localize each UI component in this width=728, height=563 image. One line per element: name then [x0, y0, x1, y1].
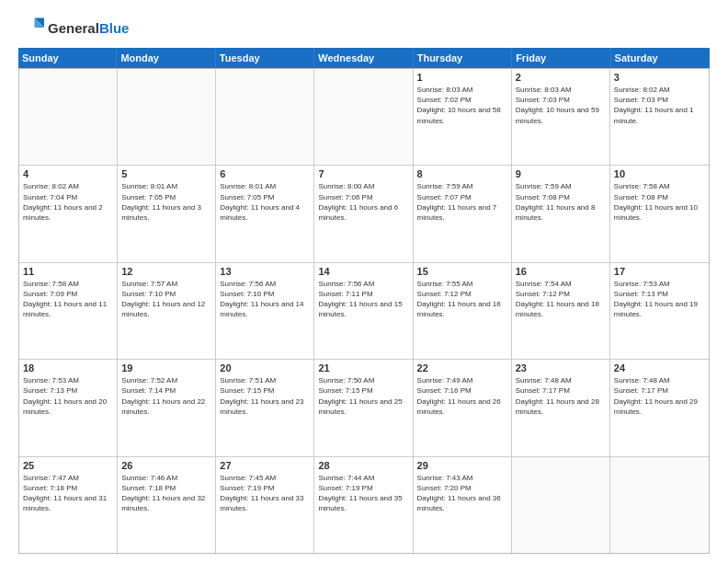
day-number: 13 [220, 266, 310, 277]
day-number: 9 [516, 168, 606, 179]
day-number: 21 [318, 362, 408, 373]
day-number: 29 [417, 460, 507, 471]
calendar-day-cell: 20Sunrise: 7:51 AMSunset: 7:15 PMDayligh… [216, 360, 314, 455]
page: GeneralBlue SundayMondayTuesdayWednesday… [0, 0, 728, 563]
day-number: 23 [516, 362, 606, 373]
day-number: 7 [318, 168, 408, 179]
day-of-week-header: Saturday [611, 48, 710, 68]
day-info: Sunrise: 7:58 AMSunset: 7:09 PMDaylight:… [23, 279, 113, 320]
calendar-day-cell: 9Sunrise: 7:59 AMSunset: 7:08 PMDaylight… [512, 166, 610, 261]
day-info: Sunrise: 8:02 AMSunset: 7:03 PMDaylight:… [614, 85, 705, 126]
day-info: Sunrise: 7:47 AMSunset: 7:18 PMDaylight:… [23, 473, 113, 514]
header: GeneralBlue [18, 15, 710, 40]
day-info: Sunrise: 7:56 AMSunset: 7:11 PMDaylight:… [318, 279, 408, 320]
calendar-day-cell: 21Sunrise: 7:50 AMSunset: 7:15 PMDayligh… [314, 360, 413, 455]
day-info: Sunrise: 7:48 AMSunset: 7:17 PMDaylight:… [614, 375, 705, 417]
calendar-day-cell: 12Sunrise: 7:57 AMSunset: 7:10 PMDayligh… [118, 263, 216, 359]
calendar-empty-cell [19, 69, 118, 165]
day-info: Sunrise: 7:54 AMSunset: 7:12 PMDaylight:… [516, 279, 606, 320]
day-info: Sunrise: 7:44 AMSunset: 7:19 PMDaylight:… [318, 473, 408, 514]
day-number: 19 [121, 362, 211, 373]
calendar-day-cell: 13Sunrise: 7:56 AMSunset: 7:10 PMDayligh… [216, 263, 314, 359]
calendar-day-cell: 6Sunrise: 8:01 AMSunset: 7:05 PMDaylight… [216, 166, 314, 261]
day-number: 22 [417, 362, 507, 373]
day-of-week-header: Monday [117, 48, 215, 68]
day-of-week-header: Friday [512, 48, 610, 68]
day-number: 14 [318, 266, 408, 277]
calendar-header: SundayMondayTuesdayWednesdayThursdayFrid… [18, 48, 710, 68]
day-number: 1 [417, 72, 507, 83]
day-info: Sunrise: 7:46 AMSunset: 7:18 PMDaylight:… [121, 473, 211, 514]
day-number: 6 [220, 168, 310, 179]
day-info: Sunrise: 7:59 AMSunset: 7:07 PMDaylight:… [417, 181, 507, 223]
calendar-day-cell: 8Sunrise: 7:59 AMSunset: 7:07 PMDaylight… [414, 166, 512, 261]
calendar-row: 25Sunrise: 7:47 AMSunset: 7:18 PMDayligh… [19, 457, 709, 553]
calendar-row: 1Sunrise: 8:03 AMSunset: 7:02 PMDaylight… [19, 69, 709, 166]
day-number: 27 [220, 460, 310, 471]
day-info: Sunrise: 8:00 AMSunset: 7:06 PMDaylight:… [318, 181, 408, 223]
calendar-empty-cell [512, 457, 610, 553]
calendar-day-cell: 22Sunrise: 7:49 AMSunset: 7:16 PMDayligh… [414, 360, 512, 455]
logo: GeneralBlue [18, 15, 129, 40]
calendar-empty-cell [610, 457, 709, 553]
day-number: 10 [614, 168, 705, 179]
calendar-day-cell: 26Sunrise: 7:46 AMSunset: 7:18 PMDayligh… [118, 457, 216, 553]
day-info: Sunrise: 8:02 AMSunset: 7:04 PMDaylight:… [23, 181, 113, 223]
calendar-day-cell: 25Sunrise: 7:47 AMSunset: 7:18 PMDayligh… [19, 457, 118, 553]
day-number: 17 [614, 266, 705, 277]
calendar-empty-cell [118, 69, 216, 165]
calendar-body: 1Sunrise: 8:03 AMSunset: 7:02 PMDaylight… [18, 68, 710, 554]
day-number: 11 [23, 266, 113, 277]
calendar-day-cell: 28Sunrise: 7:44 AMSunset: 7:19 PMDayligh… [314, 457, 413, 553]
day-number: 25 [23, 460, 113, 471]
calendar-day-cell: 10Sunrise: 7:58 AMSunset: 7:08 PMDayligh… [610, 166, 709, 261]
day-number: 15 [417, 266, 507, 277]
day-number: 18 [23, 362, 113, 373]
calendar-row: 11Sunrise: 7:58 AMSunset: 7:09 PMDayligh… [19, 263, 709, 360]
logo-icon [18, 15, 44, 40]
calendar-empty-cell [314, 69, 413, 165]
calendar-day-cell: 7Sunrise: 8:00 AMSunset: 7:06 PMDaylight… [314, 166, 413, 261]
day-number: 8 [417, 168, 507, 179]
day-info: Sunrise: 8:01 AMSunset: 7:05 PMDaylight:… [220, 181, 310, 223]
calendar-day-cell: 1Sunrise: 8:03 AMSunset: 7:02 PMDaylight… [414, 69, 512, 165]
day-info: Sunrise: 7:43 AMSunset: 7:20 PMDaylight:… [417, 473, 507, 514]
day-info: Sunrise: 8:03 AMSunset: 7:03 PMDaylight:… [516, 85, 606, 126]
calendar-day-cell: 27Sunrise: 7:45 AMSunset: 7:19 PMDayligh… [216, 457, 314, 553]
day-info: Sunrise: 7:59 AMSunset: 7:08 PMDaylight:… [516, 181, 606, 223]
logo-text: GeneralBlue [48, 20, 129, 36]
calendar-day-cell: 18Sunrise: 7:53 AMSunset: 7:13 PMDayligh… [19, 360, 118, 455]
calendar-day-cell: 19Sunrise: 7:52 AMSunset: 7:14 PMDayligh… [118, 360, 216, 455]
day-number: 20 [220, 362, 310, 373]
day-info: Sunrise: 7:58 AMSunset: 7:08 PMDaylight:… [614, 181, 705, 223]
day-number: 12 [121, 266, 211, 277]
day-number: 26 [121, 460, 211, 471]
day-of-week-header: Tuesday [216, 48, 314, 68]
day-info: Sunrise: 7:52 AMSunset: 7:14 PMDaylight:… [121, 375, 211, 417]
day-info: Sunrise: 7:53 AMSunset: 7:13 PMDaylight:… [614, 279, 705, 320]
calendar-empty-cell [216, 69, 314, 165]
calendar-day-cell: 11Sunrise: 7:58 AMSunset: 7:09 PMDayligh… [19, 263, 118, 359]
day-number: 2 [516, 72, 606, 83]
calendar-day-cell: 24Sunrise: 7:48 AMSunset: 7:17 PMDayligh… [610, 360, 709, 455]
day-info: Sunrise: 7:51 AMSunset: 7:15 PMDaylight:… [220, 375, 310, 417]
day-number: 16 [516, 266, 606, 277]
day-info: Sunrise: 7:48 AMSunset: 7:17 PMDaylight:… [516, 375, 606, 417]
day-info: Sunrise: 7:57 AMSunset: 7:10 PMDaylight:… [121, 279, 211, 320]
day-info: Sunrise: 7:53 AMSunset: 7:13 PMDaylight:… [23, 375, 113, 417]
day-number: 24 [614, 362, 705, 373]
day-info: Sunrise: 7:50 AMSunset: 7:15 PMDaylight:… [318, 375, 408, 417]
calendar: SundayMondayTuesdayWednesdayThursdayFrid… [18, 48, 710, 554]
day-info: Sunrise: 8:03 AMSunset: 7:02 PMDaylight:… [417, 85, 507, 126]
calendar-day-cell: 29Sunrise: 7:43 AMSunset: 7:20 PMDayligh… [414, 457, 512, 553]
calendar-row: 18Sunrise: 7:53 AMSunset: 7:13 PMDayligh… [19, 360, 709, 456]
day-number: 3 [614, 72, 705, 83]
day-info: Sunrise: 7:49 AMSunset: 7:16 PMDaylight:… [417, 375, 507, 417]
calendar-day-cell: 14Sunrise: 7:56 AMSunset: 7:11 PMDayligh… [314, 263, 413, 359]
day-number: 28 [318, 460, 408, 471]
day-number: 4 [23, 168, 113, 179]
day-number: 5 [121, 168, 211, 179]
calendar-day-cell: 23Sunrise: 7:48 AMSunset: 7:17 PMDayligh… [512, 360, 610, 455]
day-of-week-header: Sunday [18, 48, 117, 68]
calendar-day-cell: 3Sunrise: 8:02 AMSunset: 7:03 PMDaylight… [610, 69, 709, 165]
